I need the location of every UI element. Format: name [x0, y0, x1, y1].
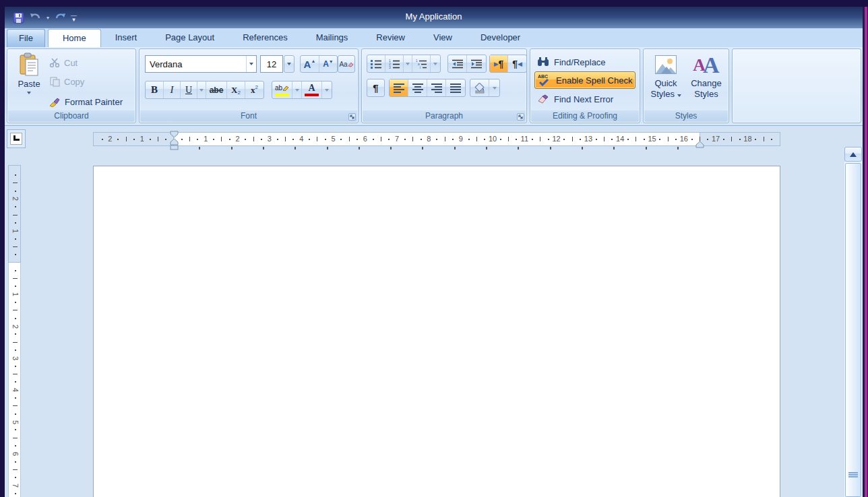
hruler-number: 14: [616, 132, 624, 146]
numbering-button[interactable]: 123: [385, 55, 404, 72]
tab-mailings[interactable]: Mailings: [302, 29, 363, 47]
font-color-button[interactable]: A: [302, 81, 322, 98]
find-next-error-label: Find Next Error: [554, 94, 613, 104]
vruler-number: 2: [11, 193, 20, 205]
underline-dropdown-icon[interactable]: [197, 81, 206, 98]
ribbon-empty-area: [732, 48, 861, 123]
tab-insert[interactable]: Insert: [101, 29, 152, 47]
tab-page-layout[interactable]: Page Layout: [151, 29, 228, 47]
paste-dropdown-icon[interactable]: [27, 92, 31, 94]
italic-button[interactable]: I: [164, 81, 181, 98]
bullets-button[interactable]: [367, 55, 385, 72]
paste-button[interactable]: Paste: [13, 53, 45, 110]
find-next-error-button[interactable]: Find Next Error: [534, 90, 636, 108]
font-style-buttons: B I U abe X2 x2: [145, 81, 264, 99]
hruler-number: 15: [648, 132, 656, 146]
title-bar[interactable]: ▾ —▾ My Application: [5, 7, 863, 28]
window-magenta-stripe: [865, 7, 867, 497]
text-highlight-button[interactable]: ab: [272, 81, 292, 98]
font-name-combo[interactable]: Verdana: [145, 55, 257, 73]
spell-check-icon: ABC: [538, 74, 551, 86]
document-page[interactable]: [93, 166, 780, 497]
copy-button[interactable]: Copy: [49, 73, 84, 90]
font-name-dropdown-icon[interactable]: [246, 56, 256, 72]
find-replace-button[interactable]: Find/Replace: [534, 53, 636, 71]
hruler-number: 7: [395, 132, 399, 146]
show-hide-pilcrow-button[interactable]: ¶: [367, 79, 385, 97]
svg-text:i: i: [420, 66, 421, 69]
underline-button[interactable]: U: [181, 81, 197, 98]
shrink-font-button[interactable]: A▼: [319, 56, 337, 72]
cut-button[interactable]: Cut: [49, 55, 78, 71]
hruler-number: 9: [459, 132, 463, 146]
window-top-border: [0, 0, 868, 7]
shading-dropdown-icon[interactable]: [489, 79, 499, 96]
vruler-number: 1: [11, 288, 20, 301]
clear-formatting-icon: Aa: [339, 61, 347, 68]
shading-button[interactable]: [470, 79, 489, 96]
align-right-button[interactable]: [427, 79, 446, 96]
change-styles-button[interactable]: A A Change Styles: [687, 53, 726, 110]
font-color-buttons: ab A: [272, 81, 332, 99]
hruler-number: 8: [427, 132, 431, 146]
change-styles-label-2: Styles: [694, 89, 718, 100]
right-indent-marker[interactable]: [695, 139, 704, 151]
tab-home[interactable]: Home: [48, 29, 101, 47]
superscript-button[interactable]: x2: [245, 81, 264, 98]
indent-marker[interactable]: [170, 131, 179, 154]
multilevel-dropdown-icon[interactable]: [431, 55, 440, 72]
scrollbar-thumb[interactable]: [845, 163, 861, 497]
font-dialog-launcher[interactable]: [348, 113, 356, 121]
window-right-border: [863, 7, 868, 497]
hruler-number: 11: [521, 132, 528, 146]
justify-button[interactable]: [446, 79, 465, 96]
font-color-dropdown-icon[interactable]: [322, 81, 332, 98]
tab-view[interactable]: View: [419, 29, 466, 47]
tab-review[interactable]: Review: [362, 29, 419, 47]
grow-font-button[interactable]: A▲: [301, 56, 319, 72]
font-size-value: 12: [267, 59, 276, 69]
tab-references[interactable]: References: [228, 29, 301, 47]
text-highlight-dropdown-icon[interactable]: [292, 81, 302, 98]
clear-formatting-button[interactable]: Aa: [338, 55, 355, 73]
styles-group-label: Styles: [644, 110, 728, 122]
list-buttons: 123 1ai: [367, 55, 441, 73]
decrease-indent-button[interactable]: [448, 55, 467, 72]
subscript-button[interactable]: X2: [227, 81, 245, 98]
vertical-ruler: 211234567: [8, 165, 21, 497]
font-size-combo[interactable]: 12: [260, 55, 283, 73]
align-left-button[interactable]: [390, 79, 408, 96]
copy-label: Copy: [64, 77, 84, 87]
left-to-right-button[interactable]: ▶¶: [490, 55, 508, 72]
numbering-dropdown-icon[interactable]: [404, 55, 412, 72]
group-paragraph: 123 1ai ▶¶ ¶: [361, 48, 527, 123]
tab-file[interactable]: File: [7, 29, 45, 47]
paragraph-dialog-launcher[interactable]: [517, 113, 524, 121]
tab-stop-selector-button[interactable]: [7, 129, 26, 148]
align-center-button[interactable]: [408, 79, 427, 96]
hruler-number: 13: [584, 132, 592, 146]
font-group-label: Font: [140, 110, 357, 122]
tab-developer[interactable]: Developer: [466, 29, 534, 47]
multilevel-list-button[interactable]: 1ai: [412, 55, 431, 72]
scroll-up-button[interactable]: [844, 147, 862, 162]
strikethrough-button[interactable]: abe: [206, 81, 227, 98]
application-window: ▾ —▾ My Application File Home Insert Pag…: [0, 0, 868, 497]
find-replace-label: Find/Replace: [554, 57, 606, 67]
clipboard-group-label: Clipboard: [8, 110, 135, 122]
paste-label: Paste: [18, 79, 40, 89]
quick-styles-label-2: Styles: [650, 89, 681, 100]
format-painter-button[interactable]: Format Painter: [49, 94, 123, 110]
font-size-buttons: A▲ A▼: [300, 55, 338, 73]
enable-spell-check-label: Enable Spell Check: [556, 75, 632, 86]
vruler-number: 3: [11, 352, 20, 364]
font-size-dropdown-icon[interactable]: [284, 55, 294, 73]
highlight-color-swatch: [275, 94, 289, 96]
bold-button[interactable]: B: [146, 81, 164, 98]
alignment-buttons: [389, 79, 466, 97]
increase-indent-button[interactable]: [467, 55, 486, 72]
enable-spell-check-button[interactable]: ABC Enable Spell Check: [534, 71, 636, 89]
hruler-number: 18: [743, 132, 751, 146]
quick-styles-button[interactable]: Quick Styles: [647, 53, 685, 110]
right-to-left-button[interactable]: ¶◀: [508, 55, 526, 72]
